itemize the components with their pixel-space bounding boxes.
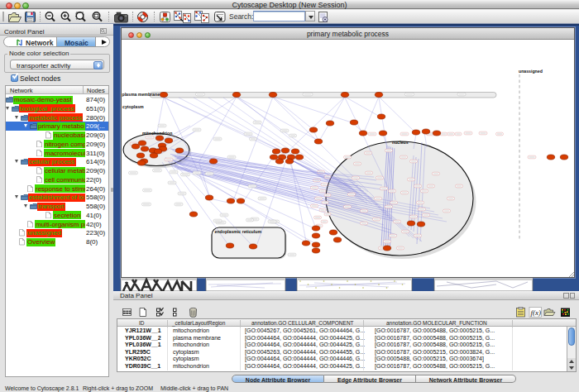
svg-text:plasma membrane: plasma membrane bbox=[122, 92, 160, 97]
svg-text:endoplasmic reticulum: endoplasmic reticulum bbox=[215, 229, 262, 234]
svg-text:mitochondrion: mitochondrion bbox=[142, 131, 172, 136]
svg-text:f(x): f(x) bbox=[531, 308, 542, 317]
svg-text:nucleus: nucleus bbox=[392, 140, 409, 145]
svg-text:cytoplasm: cytoplasm bbox=[122, 104, 144, 109]
svg-text:unassigned: unassigned bbox=[519, 69, 543, 74]
